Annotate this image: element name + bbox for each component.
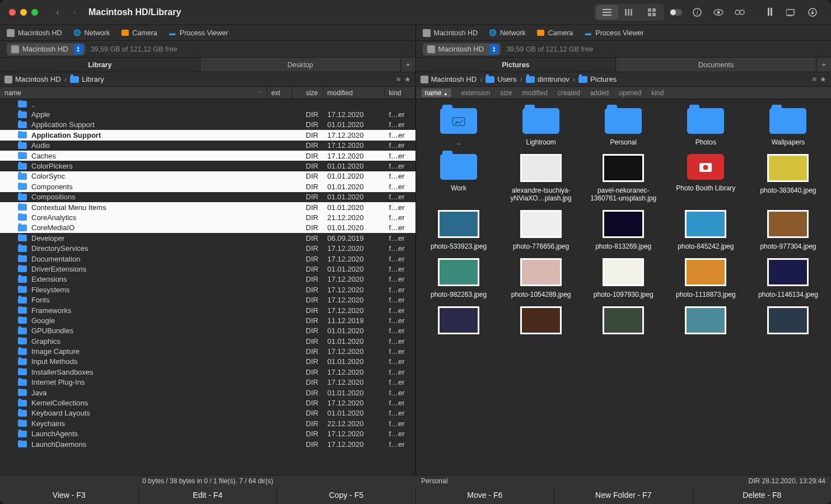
view-list-icon[interactable] — [596, 5, 618, 20]
grid-item[interactable]: Work — [418, 151, 499, 206]
crumb-macintosh hd[interactable]: Macintosh HD — [4, 75, 61, 83]
grid-item[interactable]: photo-776656.jpeg — [501, 207, 582, 254]
file-row[interactable]: ColorSync DIR 01.01.2020 f…er — [0, 171, 416, 181]
drive-selector[interactable]: Macintosh HD ▲▼ — [7, 43, 85, 55]
grid-header-kind[interactable]: kind — [651, 89, 664, 97]
grid-item[interactable]: photo-845242.jpeg — [665, 207, 746, 254]
grid-item[interactable]: alexandre-tsuchiya-yNViaXO…plash.jpg — [501, 151, 582, 206]
search-icon[interactable] — [730, 5, 749, 20]
bookmark-camera[interactable]: Camera — [537, 29, 573, 37]
preview-icon[interactable] — [709, 5, 728, 20]
tab-desktop[interactable]: Desktop — [200, 58, 401, 72]
grid-item[interactable]: photo-982263.jpeg — [418, 255, 499, 302]
bookmark-macintosh hd[interactable]: Macintosh HD — [7, 29, 62, 37]
file-row[interactable]: Java DIR 01.01.2020 f…er — [0, 388, 416, 398]
file-row[interactable]: Developer DIR 06.09.2019 f…er — [0, 233, 416, 243]
grid-item[interactable]: Photo Booth Library — [665, 151, 746, 206]
footer-button-edit[interactable]: Edit - F4 — [139, 486, 278, 504]
bookmark-process viewer[interactable]: ▬Process Viewer — [584, 29, 644, 37]
file-row[interactable]: Keyboard Layouts DIR 01.01.2020 f…er — [0, 408, 416, 418]
file-row[interactable]: Extensions DIR 17.12.2020 f…er — [0, 274, 416, 284]
col-modified[interactable]: modified — [323, 87, 385, 99]
grid-header-added[interactable]: added — [590, 89, 609, 97]
grid-item[interactable] — [583, 303, 664, 342]
grid-item[interactable]: photo-1097930.jpeg — [583, 255, 664, 302]
download-icon[interactable] — [803, 5, 822, 20]
queue-icon[interactable] — [782, 5, 801, 20]
file-row[interactable]: CoreMediaIO DIR 01.01.2020 f…er — [0, 223, 416, 233]
file-row[interactable]: KernelCollections DIR 17.12.2020 f…er — [0, 398, 416, 408]
grid-item[interactable] — [665, 303, 746, 342]
file-row[interactable]: ColorPickers DIR 01.01.2020 f…er — [0, 161, 416, 171]
grid-header-opened[interactable]: opened — [619, 89, 641, 97]
file-row[interactable]: .. — [0, 99, 416, 109]
file-row[interactable]: Frameworks DIR 17.12.2020 f…er — [0, 305, 416, 315]
file-row[interactable]: DriverExtensions DIR 01.01.2020 f…er — [0, 264, 416, 274]
grid-item[interactable]: photo-1118873.jpeg — [665, 255, 746, 302]
view-columns-icon[interactable] — [618, 5, 641, 20]
grid-item[interactable]: photo-533923.jpeg — [418, 207, 499, 254]
col-name[interactable]: name⌃ — [0, 87, 267, 99]
right-icon-grid[interactable]: .. Lightroom Personal Photos Wallpapers … — [416, 99, 832, 475]
file-row[interactable]: DirectoryServices DIR 17.12.2020 f…er — [0, 243, 416, 253]
grid-item[interactable]: photo-813269.jpeg — [583, 207, 664, 254]
star-icon[interactable]: ★ — [820, 75, 827, 83]
add-tab-button[interactable]: + — [401, 58, 416, 72]
file-row[interactable]: Apple DIR 17.12.2020 f…er — [0, 109, 416, 119]
crumb-users[interactable]: Users — [485, 75, 516, 83]
list-icon[interactable]: ≡ — [396, 75, 401, 83]
grid-item[interactable]: pavel-nekoranec-1360761-unsplash.jpg — [583, 151, 664, 206]
grid-header-extension[interactable]: extension — [461, 89, 490, 97]
grid-item[interactable]: Personal — [583, 105, 664, 150]
grid-item[interactable]: photo-1054289.jpeg — [501, 255, 582, 302]
file-row[interactable]: Keychains DIR 22.12.2020 f…er — [0, 418, 416, 428]
footer-button-delete[interactable]: Delete - F8 — [693, 486, 832, 504]
crumb-pictures[interactable]: Pictures — [578, 75, 617, 83]
file-row[interactable]: InstallerSandboxes DIR 17.12.2020 f…er — [0, 367, 416, 377]
add-tab-button[interactable]: + — [816, 58, 831, 72]
crumb-macintosh hd[interactable]: Macintosh HD — [421, 75, 477, 83]
file-row[interactable]: GPUBundles DIR 01.01.2020 f…er — [0, 326, 416, 336]
file-row[interactable]: CoreAnalytics DIR 21.12.2020 f…er — [0, 212, 416, 222]
col-ext[interactable]: ext — [267, 87, 292, 99]
file-row[interactable]: Internet Plug-Ins DIR 17.12.2020 f…er — [0, 377, 416, 388]
grid-item[interactable] — [748, 303, 829, 342]
grid-header-name[interactable]: name ▲ — [422, 88, 451, 97]
col-size[interactable]: size — [292, 87, 323, 99]
minimize-button[interactable] — [20, 9, 27, 16]
grid-item[interactable]: photo-1146134.jpeg — [748, 255, 829, 302]
file-row[interactable]: Components DIR 01.01.2020 f…er — [0, 181, 416, 192]
list-icon[interactable]: ≡ — [812, 75, 816, 83]
col-kind[interactable]: kind — [385, 87, 416, 99]
tab-documents[interactable]: Documents — [616, 58, 816, 72]
grid-item[interactable]: photo-977304.jpeg — [748, 207, 829, 254]
grid-header-modified[interactable]: modified — [522, 89, 548, 97]
grid-item[interactable]: Wallpapers — [748, 105, 829, 150]
grid-item[interactable]: photo-383640.jpeg — [748, 151, 829, 206]
bookmark-network[interactable]: 🌐Network — [73, 29, 110, 37]
footer-button-copy[interactable]: Copy - F5 — [277, 486, 416, 504]
forward-button[interactable]: › — [66, 6, 83, 19]
file-row[interactable]: Audio DIR 17.12.2020 f…er — [0, 141, 416, 151]
footer-button-view[interactable]: View - F3 — [0, 486, 139, 504]
tab-library[interactable]: Library — [0, 58, 200, 72]
star-icon[interactable]: ★ — [404, 75, 411, 83]
sync-icon[interactable] — [760, 5, 779, 20]
back-button[interactable]: ‹ — [49, 6, 66, 19]
file-row[interactable]: Compositions DIR 01.01.2020 f…er — [0, 192, 416, 202]
close-button[interactable] — [9, 9, 16, 16]
file-row[interactable]: LaunchDaemons DIR 17.12.2020 f…er — [0, 439, 416, 449]
file-row[interactable]: Filesystems DIR 17.12.2020 f…er — [0, 284, 416, 295]
zoom-button[interactable] — [31, 9, 38, 16]
bookmark-camera[interactable]: Camera — [121, 29, 157, 37]
grid-item[interactable]: Lightroom — [501, 105, 582, 150]
bookmark-network[interactable]: 🌐Network — [489, 29, 526, 37]
file-row[interactable]: Documentation DIR 17.12.2020 f…er — [0, 254, 416, 264]
file-row[interactable]: Caches DIR 17.12.2020 f…er — [0, 151, 416, 161]
file-row[interactable]: Graphics DIR 01.01.2020 f…er — [0, 336, 416, 346]
footer-button-move[interactable]: Move - F6 — [416, 486, 555, 504]
left-file-list[interactable]: .. Apple DIR 17.12.2020 f…er Application… — [0, 99, 416, 475]
file-row[interactable]: Google DIR 11.12.2019 f…er — [0, 315, 416, 325]
file-row[interactable]: Image Capture DIR 17.12.2020 f…er — [0, 346, 416, 356]
grid-item[interactable] — [418, 303, 499, 342]
